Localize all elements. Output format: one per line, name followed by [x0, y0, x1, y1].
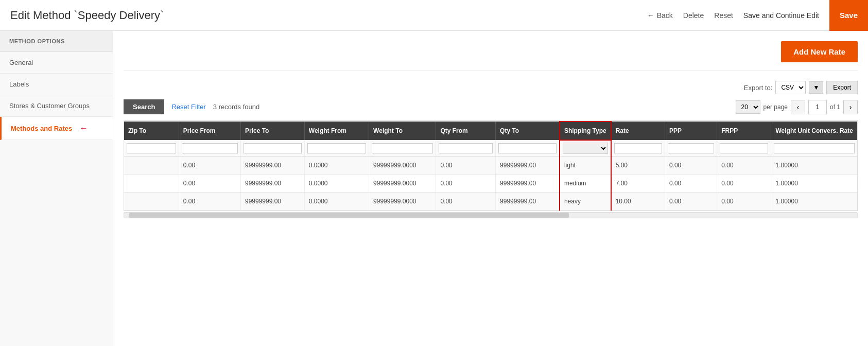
cell-frpp: 0.00: [717, 157, 771, 175]
filter-zip-to[interactable]: [124, 140, 179, 157]
pagination-area: 20 per page ‹ of 1 ›: [736, 100, 858, 114]
header-actions: ← Back Delete Reset Save and Continue Ed…: [647, 0, 858, 31]
filter-weight-unit-input[interactable]: [774, 143, 855, 153]
cell-price-to: 99999999.00: [240, 175, 304, 193]
cell-price-from: 0.00: [179, 175, 240, 193]
reset-filter-button[interactable]: Reset Filter: [171, 103, 205, 111]
current-page-input[interactable]: [808, 100, 827, 114]
cell-qty-to: 99999999.00: [496, 193, 560, 211]
filter-row: light medium heavy: [124, 140, 857, 157]
back-arrow-icon: ←: [647, 11, 654, 20]
records-found: 3 records found: [213, 103, 259, 111]
next-page-button[interactable]: ›: [843, 100, 858, 114]
add-new-rate-button[interactable]: Add New Rate: [781, 41, 858, 62]
cell-weight-unit: 1.00000: [771, 157, 857, 175]
col-qty-from: Qty From: [436, 122, 496, 140]
col-weight-unit: Weight Unit Convers. Rate: [771, 122, 857, 140]
add-rate-bar: Add New Rate: [124, 41, 858, 71]
export-format-select[interactable]: CSV: [775, 81, 806, 94]
cell-frpp: 0.00: [717, 175, 771, 193]
sidebar-section-title: METHOD OPTIONS: [0, 31, 113, 52]
col-price-from: Price From: [179, 122, 240, 140]
filter-weight-unit[interactable]: [771, 140, 857, 157]
save-continue-button[interactable]: Save and Continue Edit: [743, 11, 819, 20]
cell-zip-to: [124, 157, 179, 175]
export-bar: Export to: CSV ▼ Export: [124, 81, 858, 94]
per-page-label: per page: [763, 103, 788, 111]
cell-weight-to: 99999999.0000: [369, 175, 436, 193]
cell-weight-to: 99999999.0000: [369, 193, 436, 211]
cell-rate: 5.00: [611, 157, 665, 175]
filter-qty-to[interactable]: [496, 140, 560, 157]
filter-shipping-type-select[interactable]: light medium heavy: [563, 143, 608, 154]
filter-frpp-input[interactable]: [720, 143, 768, 153]
cell-qty-to: 99999999.00: [496, 175, 560, 193]
cell-rate: 7.00: [611, 175, 665, 193]
per-page-select[interactable]: 20: [736, 100, 760, 114]
filter-ppp[interactable]: [665, 140, 717, 157]
sidebar: METHOD OPTIONS General Labels Stores & C…: [0, 31, 113, 346]
sidebar-item-general[interactable]: General: [0, 52, 113, 74]
cell-zip-to: [124, 175, 179, 193]
arrow-annotation-icon: ←: [80, 124, 88, 132]
table-header-row: Zip To Price From Price To Weight From W…: [124, 122, 857, 140]
reset-button[interactable]: Reset: [714, 11, 733, 20]
header: Edit Method `Speedy Delivery` ← Back Del…: [0, 0, 868, 31]
filter-rate-input[interactable]: [614, 143, 662, 153]
cell-frpp: 0.00: [717, 193, 771, 211]
filter-price-from[interactable]: [179, 140, 240, 157]
cell-weight-unit: 1.00000: [771, 193, 857, 211]
filter-weight-to[interactable]: [369, 140, 436, 157]
cell-ppp: 0.00: [665, 193, 717, 211]
export-button[interactable]: Export: [826, 81, 858, 94]
search-bar: Search Reset Filter 3 records found 20 p…: [124, 99, 858, 114]
main-content: Add New Rate Export to: CSV ▼ Export Sea…: [113, 31, 868, 346]
sidebar-item-methods[interactable]: Methods and Rates ←: [0, 117, 113, 140]
filter-zip-to-input[interactable]: [127, 143, 176, 153]
back-button[interactable]: ← Back: [647, 11, 673, 20]
table-row: 0.00 99999999.00 0.0000 99999999.0000 0.…: [124, 157, 857, 175]
table-row: 0.00 99999999.00 0.0000 99999999.0000 0.…: [124, 175, 857, 193]
filter-weight-from-input[interactable]: [307, 143, 366, 153]
export-label: Export to:: [744, 84, 773, 92]
filter-shipping-type[interactable]: light medium heavy: [560, 140, 611, 157]
table-row: 0.00 99999999.00 0.0000 99999999.0000 0.…: [124, 193, 857, 211]
filter-price-to-input[interactable]: [244, 143, 302, 153]
save-button[interactable]: Save: [829, 0, 868, 31]
filter-ppp-input[interactable]: [668, 143, 714, 153]
col-qty-to: Qty To: [496, 122, 560, 140]
filter-price-from-input[interactable]: [182, 143, 238, 153]
cell-weight-to: 99999999.0000: [369, 157, 436, 175]
col-frpp: FRPP: [717, 122, 771, 140]
horizontal-scrollbar[interactable]: [124, 212, 858, 218]
filter-qty-from[interactable]: [436, 140, 496, 157]
cell-zip-to: [124, 193, 179, 211]
col-zip-to: Zip To: [124, 122, 179, 140]
cell-qty-to: 99999999.00: [496, 157, 560, 175]
cell-qty-from: 0.00: [436, 193, 496, 211]
filter-weight-from[interactable]: [304, 140, 369, 157]
delete-button[interactable]: Delete: [683, 11, 704, 20]
cell-rate: 10.00: [611, 193, 665, 211]
sidebar-item-labels[interactable]: Labels: [0, 74, 113, 95]
cell-weight-unit: 1.00000: [771, 175, 857, 193]
sidebar-item-stores[interactable]: Stores & Customer Groups: [0, 95, 113, 117]
cell-weight-from: 0.0000: [304, 175, 369, 193]
filter-qty-to-input[interactable]: [498, 143, 557, 153]
cell-price-to: 99999999.00: [240, 157, 304, 175]
filter-rate[interactable]: [611, 140, 665, 157]
col-weight-from: Weight From: [304, 122, 369, 140]
filter-qty-from-input[interactable]: [439, 143, 493, 153]
filter-weight-to-input[interactable]: [372, 143, 433, 153]
page-title: Edit Method `Speedy Delivery`: [10, 9, 647, 22]
filter-price-to[interactable]: [240, 140, 304, 157]
col-ppp: PPP: [665, 122, 717, 140]
search-button[interactable]: Search: [124, 99, 164, 114]
cell-shipping-type: heavy: [560, 193, 611, 211]
export-dropdown-button[interactable]: ▼: [809, 81, 823, 94]
cell-price-from: 0.00: [179, 193, 240, 211]
cell-shipping-type: medium: [560, 175, 611, 193]
cell-weight-from: 0.0000: [304, 193, 369, 211]
prev-page-button[interactable]: ‹: [791, 100, 805, 114]
filter-frpp[interactable]: [717, 140, 771, 157]
